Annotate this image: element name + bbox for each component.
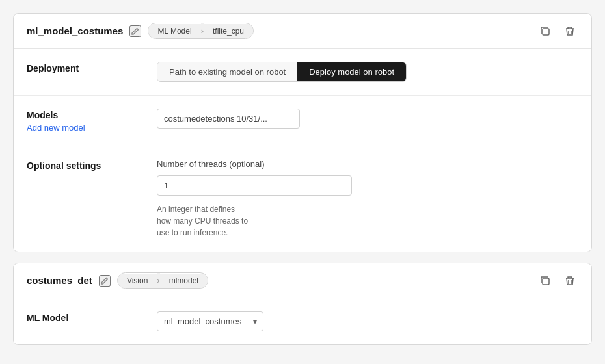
card2-delete-button[interactable] bbox=[561, 274, 578, 288]
svg-rect-1 bbox=[543, 278, 549, 285]
card2-title: costumes_det bbox=[27, 275, 92, 286]
deployment-row: Deployment Path to existing model on rob… bbox=[14, 49, 591, 96]
card1-breadcrumb-item1: ML Model bbox=[148, 24, 200, 38]
ml-model-row: ML Model ml_model_costumes ▾ bbox=[14, 298, 591, 344]
card1-edit-button[interactable] bbox=[129, 25, 141, 37]
ml-model-select-wrapper: ml_model_costumes ▾ bbox=[157, 311, 263, 332]
models-content bbox=[157, 109, 578, 129]
optional-settings-label: Optional settings bbox=[27, 159, 157, 171]
deployment-content: Path to existing model on robot Deploy m… bbox=[157, 62, 578, 82]
optional-settings-row: Optional settings Number of threads (opt… bbox=[14, 146, 591, 252]
ml-model-select[interactable]: ml_model_costumes bbox=[157, 311, 263, 332]
card1-body: Deployment Path to existing model on rob… bbox=[14, 49, 591, 252]
card2-breadcrumb-item1: Vision bbox=[118, 274, 157, 288]
card1-copy-button[interactable] bbox=[537, 24, 554, 38]
card-costumes-det: costumes_det Vision › mlmodel bbox=[13, 263, 592, 345]
tab-path-to-model[interactable]: Path to existing model on robot bbox=[157, 62, 297, 81]
card-ml-model-costumes: ml_model_costumes ML Model › tflite_cpu bbox=[13, 13, 592, 252]
card2-breadcrumb-item2: mlmodel bbox=[160, 274, 208, 288]
deployment-tabs: Path to existing model on robot Deploy m… bbox=[157, 62, 407, 82]
card1-title: ml_model_costumes bbox=[27, 25, 123, 36]
card2-edit-button[interactable] bbox=[99, 275, 111, 287]
ml-model-content: ml_model_costumes ▾ bbox=[157, 311, 578, 332]
card2-actions bbox=[537, 274, 578, 288]
ml-model-label: ML Model bbox=[27, 311, 157, 323]
card1-header: ml_model_costumes ML Model › tflite_cpu bbox=[14, 14, 591, 49]
threads-label: Number of threads (optional) bbox=[157, 159, 578, 169]
card2-header: costumes_det Vision › mlmodel bbox=[14, 263, 591, 298]
models-input[interactable] bbox=[157, 109, 300, 129]
card2-copy-button[interactable] bbox=[537, 274, 554, 288]
optional-settings-content: Number of threads (optional) An integer … bbox=[157, 159, 578, 239]
card1-breadcrumb-item2: tflite_cpu bbox=[204, 24, 253, 38]
add-new-model-link[interactable]: Add new model bbox=[27, 123, 157, 133]
threads-help-text: An integer that defines how many CPU thr… bbox=[157, 203, 578, 239]
deployment-label: Deployment bbox=[27, 62, 157, 73]
threads-input[interactable] bbox=[157, 176, 352, 196]
models-row: Models Add new model bbox=[14, 96, 591, 146]
card2-body: ML Model ml_model_costumes ▾ bbox=[14, 298, 591, 344]
tab-deploy-model[interactable]: Deploy model on robot bbox=[297, 62, 406, 81]
card2-breadcrumb: Vision › mlmodel bbox=[117, 272, 208, 289]
card1-actions bbox=[537, 24, 578, 38]
svg-rect-0 bbox=[543, 29, 549, 35]
card1-breadcrumb: ML Model › tflite_cpu bbox=[148, 23, 254, 39]
card1-delete-button[interactable] bbox=[561, 24, 578, 38]
models-label: Models Add new model bbox=[27, 109, 157, 133]
